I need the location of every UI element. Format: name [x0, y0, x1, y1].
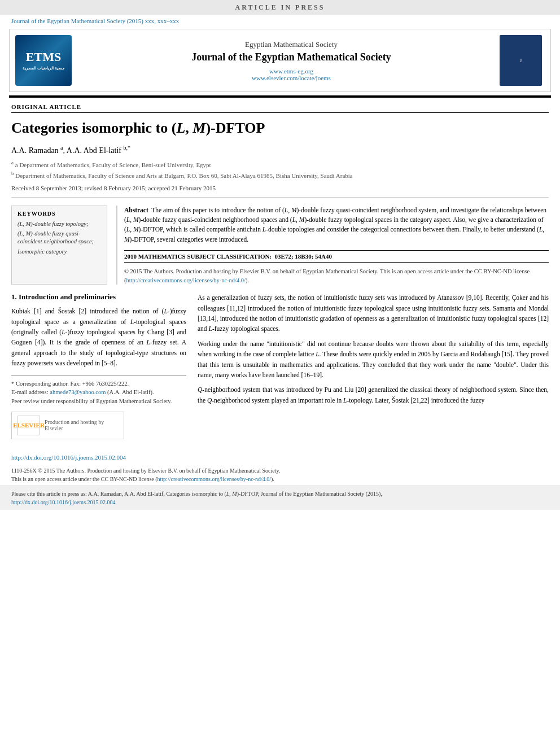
journal-center: Egyptian Mathematical Society Journal of…: [83, 40, 500, 81]
section1-para1: Kubiak [1] and Šostak [2] introduced the…: [11, 306, 186, 368]
footnote-peer-review: Peer review under responsibility of Egyp…: [11, 397, 186, 406]
body-right-column: As a generalization of fuzzy sets, the n…: [198, 292, 549, 439]
journal-right: J: [500, 35, 545, 86]
etms-logo-text: ETMS: [26, 50, 61, 64]
math-class-label: 2010 MATHEMATICS SUBJECT CLASSIFICATION:: [124, 253, 272, 260]
journal-logo-left: ETMS جمعية الرياضيات المصرية: [15, 35, 83, 86]
copyright-link[interactable]: http://creativecommons.org/licenses/by-n…: [126, 277, 246, 283]
authors-line: A.A. Ramadan a, A.A. Abd El-latif b,*: [11, 145, 549, 155]
copyright-text: © 2015 The Authors. Production and hosti…: [124, 267, 549, 285]
citation-bottom-text: Please cite this article in press as: A.…: [11, 490, 549, 498]
abstract-col: Abstract The aim of this paper is to int…: [116, 206, 549, 285]
keyword-3: Isomorphic category: [18, 248, 101, 256]
main-content: ORIGINAL ARTICLE Categories isomorphic t…: [0, 98, 560, 445]
article-in-press-banner: ARTICLE IN PRESS: [0, 0, 560, 15]
right-para3: Q-neighborhood system that was introduce…: [198, 385, 549, 405]
math-L: L: [176, 120, 185, 136]
email-link[interactable]: ahmede73@yahoo.com: [50, 389, 106, 395]
elsevier-j-label: J: [520, 58, 522, 63]
keywords-box: KEYWORDS (L, M)-double fuzzy topology; (…: [11, 206, 107, 285]
article-title: Categories isomorphic to (L, M)-DFTOP: [11, 119, 549, 138]
footnote-corresponding: * Corresponding author. Fax: +966 763022…: [11, 379, 186, 388]
right-para2: Working under the name "intuitionistic" …: [198, 339, 549, 381]
journal-header: ETMS جمعية الرياضيات المصرية Egyptian Ma…: [9, 29, 551, 92]
doi-link[interactable]: http://dx.doi.org/10.1016/j.joems.2015.0…: [11, 454, 126, 461]
elsevier-logo: ELSEVIER: [18, 416, 40, 435]
journal-urls: www.etms-eg.org www.elsevier.com/locate/…: [89, 68, 494, 81]
math-class-codes: 03E72; 18B30; 54A40: [275, 253, 332, 260]
copyright-bar-link[interactable]: http://creativecommons.org/licenses/by-n…: [158, 476, 271, 482]
citation-doi-link[interactable]: http://dx.doi.org/10.1016/j.joems.2015.0…: [11, 499, 116, 505]
body-left-column: 1. Introduction and preliminaries Kubiak…: [11, 292, 186, 439]
affiliation-b: b Department of Mathematics, Faculty of …: [11, 170, 549, 180]
copyright-line2: This is an open access article under the…: [11, 475, 549, 483]
elsevier-journal-cover: J: [500, 35, 542, 86]
citation-bottom-bar: Please cite this article in press as: A.…: [0, 486, 560, 510]
keyword-1: (L, M)-double fuzzy topology;: [18, 220, 101, 228]
received-line: Received 8 September 2013; revised 8 Feb…: [11, 185, 549, 198]
etms-logo: ETMS جمعية الرياضيات المصرية: [15, 35, 72, 86]
journal-url1[interactable]: www.etms-eg.org: [269, 68, 313, 75]
elsevier-badge-label: Production and hosting by Elsevier: [45, 419, 118, 431]
right-para1: As a generalization of fuzzy sets, the n…: [198, 292, 549, 334]
keyword-2: (L, M)-double fuzzy quasi-coincident nei…: [18, 230, 101, 245]
body-section: 1. Introduction and preliminaries Kubiak…: [11, 292, 549, 439]
affiliations: a a Department of Mathematics, Faculty o…: [11, 159, 549, 180]
top-citation-bar: Journal of the Egyptian Mathematical Soc…: [0, 15, 560, 27]
footnote-section: * Corresponding author. Fax: +966 763022…: [11, 375, 186, 406]
society-name: Egyptian Mathematical Society: [89, 40, 494, 49]
keywords-abstract-section: KEYWORDS (L, M)-double fuzzy topology; (…: [11, 206, 549, 285]
elsevier-badge: ELSEVIER Production and hosting by Elsev…: [11, 412, 124, 439]
doi-bar: http://dx.doi.org/10.1016/j.joems.2015.0…: [0, 451, 560, 464]
elsevier-logo-text: ELSEVIER: [13, 422, 45, 429]
article-type: ORIGINAL ARTICLE: [11, 103, 549, 113]
keywords-title: KEYWORDS: [18, 211, 101, 217]
journal-title: Journal of the Egyptian Mathematical Soc…: [89, 51, 494, 63]
copyright-bar: 1110-256X © 2015 The Authors. Production…: [0, 464, 560, 486]
math-classification: 2010 MATHEMATICS SUBJECT CLASSIFICATION:…: [124, 250, 549, 263]
affiliation-a: a a Department of Mathematics, Faculty o…: [11, 159, 549, 169]
copyright-line1: 1110-256X © 2015 The Authors. Production…: [11, 466, 549, 475]
section1-title: 1. Introduction and preliminaries: [11, 292, 186, 302]
math-M: M: [193, 120, 205, 136]
abstract-label: Abstract: [124, 207, 148, 213]
footnote-email: E-mail address: ahmede73@yahoo.com (A.A.…: [11, 388, 186, 397]
citation-bottom-doi: http://dx.doi.org/10.1016/j.joems.2015.0…: [11, 498, 549, 506]
abstract-text: Abstract The aim of this paper is to int…: [124, 206, 549, 244]
journal-url2[interactable]: www.elsevier.com/locate/joems: [252, 75, 331, 81]
etms-logo-subtext: جمعية الرياضيات المصرية: [23, 66, 64, 71]
